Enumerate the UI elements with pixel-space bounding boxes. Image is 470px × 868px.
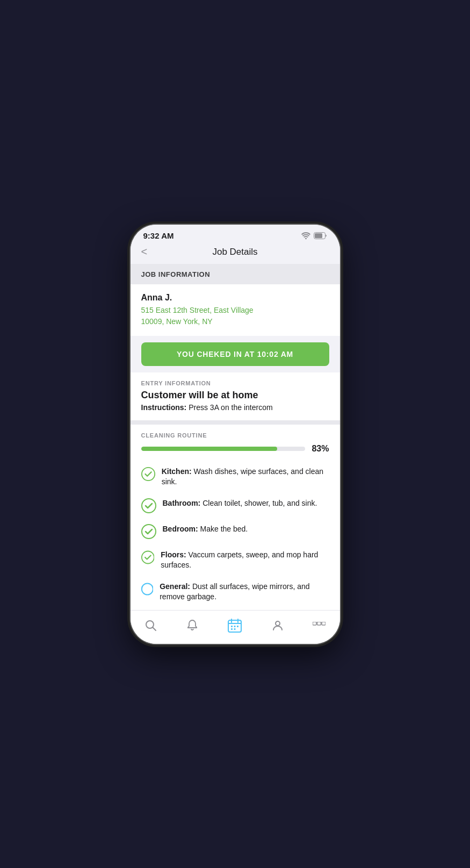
svg-rect-25 xyxy=(313,622,316,625)
address-line2: 10009, New York, NY xyxy=(141,317,213,326)
profile-icon xyxy=(271,619,284,632)
entry-label: ENTRY INFORMATION xyxy=(141,380,329,386)
svg-rect-26 xyxy=(317,622,321,625)
checked-circle-icon xyxy=(141,550,155,565)
svg-point-2 xyxy=(141,467,154,480)
status-time: 9:32 AM xyxy=(143,231,174,240)
progress-bar-fill xyxy=(141,447,278,451)
svg-point-24 xyxy=(276,621,280,626)
job-information-label: JOB INFORMATION xyxy=(141,270,211,278)
tab-notifications[interactable] xyxy=(179,617,205,634)
content-area: JOB INFORMATION Anna J. 515 East 12th St… xyxy=(131,264,340,610)
more-icon xyxy=(313,622,326,629)
svg-rect-27 xyxy=(322,622,326,625)
nav-header: < Job Details xyxy=(131,242,340,264)
checklist-item-floors[interactable]: Floors: Vaccum carpets, sweep, and mop h… xyxy=(141,544,329,576)
checklist-item-bedroom[interactable]: Bedroom: Make the bed. xyxy=(141,519,329,544)
address-line1: 515 East 12th Street, East Village xyxy=(141,306,254,314)
battery-icon xyxy=(314,232,327,239)
tab-profile[interactable] xyxy=(265,617,291,634)
progress-percentage: 83% xyxy=(312,444,329,454)
status-icons xyxy=(301,232,327,239)
svg-point-6 xyxy=(141,583,153,594)
section-divider xyxy=(131,420,340,425)
checkin-container: YOU CHEKED IN AT 10:02 AM xyxy=(131,336,340,372)
checklist-item-text-general: General: Dust all surfaces, wipe mirrors… xyxy=(160,582,329,602)
cleaning-routine-label: CLEANING ROUTINE xyxy=(141,432,329,439)
job-information-header: JOB INFORMATION xyxy=(131,264,340,284)
checklist-item-text-floors: Floors: Vaccum carpets, sweep, and mop h… xyxy=(161,550,329,571)
checked-circle-icon xyxy=(141,467,155,482)
svg-rect-21 xyxy=(237,626,238,627)
page-title: Job Details xyxy=(212,247,257,257)
tab-more[interactable] xyxy=(306,620,332,632)
customer-info-card: Anna J. 515 East 12th Street, East Villa… xyxy=(131,284,340,336)
checked-circle-icon xyxy=(141,498,156,513)
svg-rect-23 xyxy=(234,628,236,630)
calendar-icon xyxy=(227,618,242,633)
svg-rect-20 xyxy=(234,626,236,627)
checklist-item-text-bedroom: Bedroom: Make the bed. xyxy=(163,524,248,535)
entry-title: Customer will be at home xyxy=(141,390,329,401)
tab-calendar[interactable] xyxy=(221,616,249,635)
back-button[interactable]: < xyxy=(141,246,148,258)
checklist-item-text-bathroom: Bathroom: Clean toilet, shower, tub, and… xyxy=(163,498,317,509)
svg-rect-1 xyxy=(315,233,322,238)
checklist-item-general[interactable]: General: Dust all surfaces, wipe mirrors… xyxy=(141,576,329,608)
customer-address: 515 East 12th Street, East Village 10009… xyxy=(141,305,329,327)
checked-circle-icon xyxy=(141,524,156,539)
status-bar: 9:32 AM xyxy=(131,225,340,242)
bell-icon xyxy=(186,619,199,632)
search-icon xyxy=(144,619,157,632)
instructions-label: Instructions: xyxy=(141,403,187,412)
entry-instructions: Instructions: Press 3A on the intercom xyxy=(141,403,329,412)
svg-line-14 xyxy=(153,627,156,630)
instructions-text: Press 3A on the intercom xyxy=(189,403,272,412)
svg-point-4 xyxy=(142,525,156,539)
wifi-icon xyxy=(301,232,310,239)
progress-bar-background xyxy=(141,447,306,451)
tab-bar xyxy=(131,610,340,644)
progress-row: 83% xyxy=(141,444,329,454)
phone-shell: 9:32 AM < Job Details JOB INFORMATION xyxy=(131,225,340,644)
svg-point-3 xyxy=(142,499,156,513)
svg-point-5 xyxy=(141,551,154,563)
entry-section: ENTRY INFORMATION Customer will be at ho… xyxy=(131,372,340,420)
checklist-item-bathroom[interactable]: Bathroom: Clean toilet, shower, tub, and… xyxy=(141,493,329,519)
customer-name: Anna J. xyxy=(141,293,329,303)
tab-search[interactable] xyxy=(138,617,164,634)
checklist-item-kitchen[interactable]: Kitchen: Wash dishes, wipe surfaces, and… xyxy=(141,461,329,493)
svg-rect-22 xyxy=(231,628,233,630)
checkin-button[interactable]: YOU CHEKED IN AT 10:02 AM xyxy=(141,342,329,366)
svg-rect-19 xyxy=(231,626,233,627)
empty-circle-blue-icon xyxy=(141,582,154,597)
cleaning-routine-section: CLEANING ROUTINE 83% Kitchen: Wash dishe… xyxy=(131,425,340,610)
checklist-item-text-kitchen: Kitchen: Wash dishes, wipe surfaces, and… xyxy=(162,467,329,487)
